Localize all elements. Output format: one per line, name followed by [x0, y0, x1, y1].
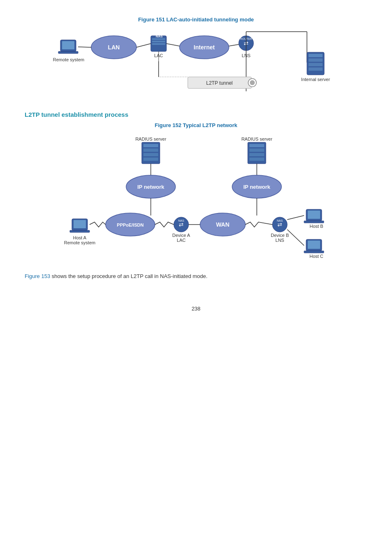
fig152-caption: Figure 152 Typical L2TP network: [25, 122, 367, 128]
remote-system-label-fig152: Remote system: [64, 240, 95, 245]
device-a-label: Device A: [172, 233, 190, 238]
device-b-router-icon: ⇄: [277, 221, 282, 228]
svg-rect-40: [249, 158, 264, 161]
ip-network-left-label: IP network: [137, 184, 164, 190]
svg-rect-8: [152, 43, 165, 45]
svg-line-59: [287, 216, 304, 220]
svg-rect-2: [62, 41, 74, 49]
fig152-diagram: RADIUS server IP network RADIUS server I…: [52, 133, 340, 265]
device-b-nas-label: NAS: [277, 219, 283, 222]
svg-rect-32: [143, 153, 158, 156]
svg-line-60: [287, 229, 304, 246]
svg-rect-26: [309, 58, 323, 62]
host-b-label: Host B: [309, 224, 323, 229]
svg-line-11: [166, 44, 180, 46]
svg-rect-6: [152, 38, 165, 40]
internet-label: Internet: [194, 44, 215, 51]
svg-rect-46: [70, 230, 90, 232]
wan-label: WAN: [216, 221, 230, 228]
radius-server-left-label: RADIUS server: [135, 137, 166, 141]
fig153-ref[interactable]: Figure 153: [25, 273, 50, 279]
svg-line-13: [229, 44, 239, 46]
svg-rect-58: [308, 241, 320, 249]
nas-icon-label: NAS: [156, 35, 163, 38]
lns-label: LNS: [242, 53, 250, 58]
svg-rect-47: [74, 220, 86, 228]
svg-rect-1: [58, 51, 78, 53]
body-text: Figure 153 shows the setup procedure of …: [25, 272, 367, 281]
fig151-caption: Figure 151 LAC-auto-initiated tunneling …: [25, 16, 367, 23]
host-a-label: Host A: [73, 235, 87, 240]
svg-rect-38: [249, 148, 264, 152]
svg-rect-39: [249, 153, 264, 156]
svg-line-9: [136, 44, 151, 47]
lac-label-fig152: LAC: [177, 238, 185, 243]
ip-network-right-label: IP network: [243, 184, 270, 190]
svg-rect-37: [249, 144, 264, 147]
page-number: 238: [25, 306, 367, 312]
lan-label: LAN: [108, 44, 120, 51]
svg-rect-28: [309, 67, 323, 71]
svg-line-4: [78, 47, 91, 47]
svg-rect-55: [308, 211, 320, 219]
svg-rect-31: [143, 148, 158, 152]
svg-rect-54: [304, 221, 324, 223]
svg-rect-57: [304, 251, 324, 253]
remote-system-label: Remote system: [53, 57, 84, 62]
radius-server-right-label: RADIUS server: [241, 137, 272, 141]
section-heading-l2tp: L2TP tunnel establishment process: [25, 111, 367, 118]
device-b-label: Device B: [271, 233, 289, 238]
lns-label-fig152: LNS: [275, 238, 284, 243]
l2tp-tunnel-label: L2TP tunnel: [206, 80, 233, 86]
body-text-content: shows the setup procedure of an L2TP cal…: [50, 273, 208, 279]
svg-rect-30: [143, 144, 158, 147]
device-a-router-icon: ⇄: [179, 221, 184, 228]
internal-server-label: Internal server: [301, 77, 330, 82]
host-c-label: Host C: [309, 254, 323, 259]
device-a-nas-label: NAS: [178, 219, 184, 222]
svg-rect-25: [309, 54, 323, 57]
pppoe-isdn-label: PPPoE/ISDN: [117, 222, 143, 227]
svg-point-20: [250, 80, 255, 85]
svg-rect-7: [152, 41, 165, 42]
svg-rect-33: [143, 158, 158, 161]
fig151-diagram: Remote system LAN NAS Internet ⇄ ROUTER: [52, 28, 340, 100]
svg-rect-27: [309, 63, 323, 66]
